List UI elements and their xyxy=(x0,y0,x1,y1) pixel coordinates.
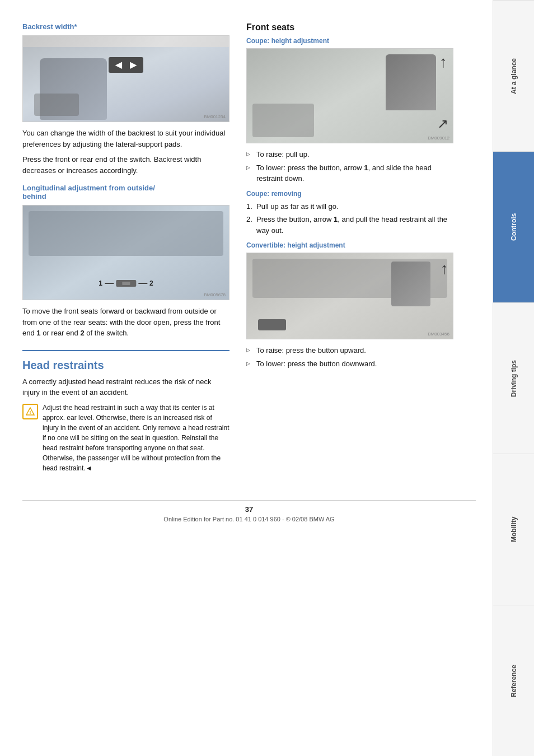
curved-arrow-icon: ↗ xyxy=(437,116,448,132)
coupe-height-heading: Coupe: height adjustment xyxy=(246,37,453,45)
longitudinal-body: To move the front seats forward or backw… xyxy=(22,306,229,339)
image-tag-longitudinal: BM005678 xyxy=(204,292,226,297)
convertible-heading: Convertible: height adjustment xyxy=(246,241,453,249)
sidebar-item-mobility[interactable]: Mobility xyxy=(493,454,534,605)
backrest-body2: Press the front or rear end of the switc… xyxy=(22,154,229,176)
sidebar-item-driving-tips[interactable]: Driving tips xyxy=(493,302,534,454)
backrest-image: ◀ ▶ BM001234 xyxy=(22,35,229,122)
backrest-body1: You can change the width of the backrest… xyxy=(22,128,229,150)
longitudinal-heading: Longitudinal adjustment from outside/ be… xyxy=(22,184,229,200)
sidebar-item-reference[interactable]: Reference xyxy=(493,605,534,756)
page-footer: 37 Online Edition for Part no. 01 41 0 0… xyxy=(22,500,476,522)
two-column-layout: Backrest width* ◀ ▶ xyxy=(22,22,476,483)
warning-text: Adjust the head restraint in such a way … xyxy=(43,403,229,473)
image-tag-coupe-height: BM009012 xyxy=(428,136,449,141)
footer-text: Online Edition for Part no. 01 41 0 014 … xyxy=(163,516,334,522)
image-tag-convertible: BM003456 xyxy=(428,332,449,337)
sidebar-item-controls[interactable]: Controls xyxy=(493,151,534,302)
image-tag-backrest: BM001234 xyxy=(204,114,226,119)
backrest-heading: Backrest width* xyxy=(22,22,229,31)
coupe-lower-item: To lower: press the button, arrow 1, and… xyxy=(246,162,453,184)
warning-icon: ! xyxy=(22,404,38,419)
head-restraints-heading: Head restraints xyxy=(22,359,229,372)
main-content: Backrest width* ◀ ▶ xyxy=(0,0,493,756)
switch-label-1: 1 xyxy=(99,279,102,287)
convertible-lower-item: To lower: press the button downward. xyxy=(246,358,453,370)
backrest-img-content: ◀ ▶ xyxy=(23,36,229,122)
coupe-removing-heading: Coupe: removing xyxy=(246,190,453,198)
coupe-height-image: ↑ ↗ BM009012 xyxy=(246,48,453,143)
coupe-raise-item: To raise: pull up. xyxy=(246,149,453,160)
coupe-height-list: To raise: pull up. To lower: press the b… xyxy=(246,149,453,184)
up-arrow-icon: ↑ xyxy=(439,53,447,71)
convertible-up-arrow-icon: ↑ xyxy=(441,260,448,278)
convertible-raise-item: To raise: press the button upward. xyxy=(246,345,453,356)
coupe-removing-step2: 2. Press the button, arrow 1, and pull t… xyxy=(246,214,453,236)
sidebar-item-at-a-glance[interactable]: At a glance xyxy=(493,0,534,151)
coupe-removing-step1: 1. Pull up as far as it will go. xyxy=(246,201,453,212)
page-number: 37 xyxy=(22,505,476,514)
warning-box: ! Adjust the head restraint in such a wa… xyxy=(22,403,229,478)
arrow-right-icon: ▶ xyxy=(130,60,137,70)
section-divider xyxy=(22,350,229,351)
left-column: Backrest width* ◀ ▶ xyxy=(22,22,229,483)
longitudinal-image: 1 2 BM005678 xyxy=(22,205,229,300)
switch-label-2: 2 xyxy=(149,279,153,287)
right-column: Front seats Coupe: height adjustment ↑ ↗… xyxy=(246,22,453,483)
head-restraints-body1: A correctly adjusted head restraint redu… xyxy=(22,376,229,398)
svg-text:!: ! xyxy=(30,410,31,415)
front-seats-heading: Front seats xyxy=(246,22,453,32)
convertible-list: To raise: press the button upward. To lo… xyxy=(246,345,453,369)
sidebar: At a glance Controls Driving tips Mobili… xyxy=(493,0,534,756)
arrow-left-icon: ◀ xyxy=(115,60,122,70)
convertible-image: ↑ BM003456 xyxy=(246,253,453,339)
coupe-removing-list: 1. Pull up as far as it will go. 2. Pres… xyxy=(246,201,453,236)
